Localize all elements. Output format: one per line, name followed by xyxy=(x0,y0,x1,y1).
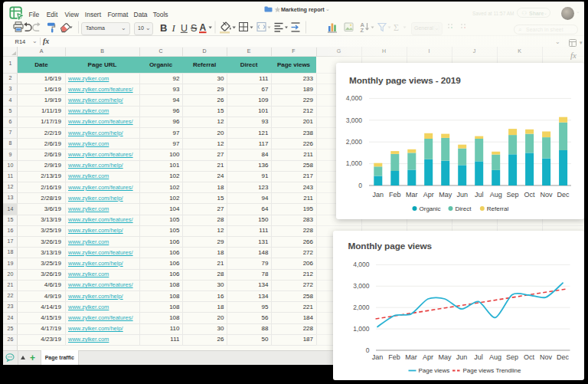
svg-text:Sep: Sep xyxy=(505,353,518,361)
svg-text:Nov: Nov xyxy=(541,191,554,199)
svg-text:4,000: 4,000 xyxy=(353,261,370,268)
svg-text:Jun: Jun xyxy=(456,353,467,361)
svg-text:A: A xyxy=(200,22,207,33)
svg-text:Oct: Oct xyxy=(524,353,534,361)
svg-text:Dec: Dec xyxy=(557,353,569,361)
svg-text:I: I xyxy=(172,22,176,34)
svg-text:1,000: 1,000 xyxy=(346,159,363,167)
svg-text:Mar: Mar xyxy=(406,191,418,199)
svg-text:2,000: 2,000 xyxy=(346,138,363,146)
svg-text:4,000: 4,000 xyxy=(346,94,363,102)
svg-text:Dec: Dec xyxy=(557,191,570,199)
svg-text:2,000: 2,000 xyxy=(353,304,370,311)
svg-text:Aug: Aug xyxy=(488,353,501,361)
svg-text:3,000: 3,000 xyxy=(353,282,370,290)
svg-text:0: 0 xyxy=(365,346,369,354)
svg-text:Nov: Nov xyxy=(540,353,552,361)
svg-text:Aug: Aug xyxy=(490,191,502,199)
svg-text:Page views Trendline: Page views Trendline xyxy=(462,367,521,374)
svg-text:Direct: Direct xyxy=(456,205,472,212)
svg-text:S: S xyxy=(191,23,197,34)
svg-text:Page views: Page views xyxy=(418,367,449,374)
svg-text:Oct: Oct xyxy=(524,191,536,199)
svg-text:Monthly page views: Monthly page views xyxy=(348,241,432,251)
svg-text:Jan: Jan xyxy=(371,353,383,361)
svg-text:1,000: 1,000 xyxy=(353,325,370,333)
svg-text:Jun: Jun xyxy=(456,191,468,199)
svg-text:Jul: Jul xyxy=(475,191,484,199)
svg-text:May: May xyxy=(438,353,451,361)
svg-text:Sep: Sep xyxy=(507,191,519,199)
svg-text:B: B xyxy=(160,22,167,34)
svg-text:Mar: Mar xyxy=(405,353,416,361)
svg-text:Apr: Apr xyxy=(423,191,434,199)
svg-text:Monthly page views - 2019: Monthly page views - 2019 xyxy=(349,75,461,86)
svg-text:Organic: Organic xyxy=(420,205,441,212)
svg-text:Feb: Feb xyxy=(388,353,400,361)
svg-text:Apr: Apr xyxy=(423,353,433,361)
svg-text:0: 0 xyxy=(358,182,362,189)
svg-text:U: U xyxy=(181,23,188,34)
svg-text:Feb: Feb xyxy=(389,191,401,199)
svg-text:Jan: Jan xyxy=(373,191,384,199)
svg-text:May: May xyxy=(439,191,452,199)
svg-text:Jul: Jul xyxy=(474,353,483,361)
svg-text:3,000: 3,000 xyxy=(346,117,363,124)
svg-text:Referral: Referral xyxy=(487,205,509,212)
